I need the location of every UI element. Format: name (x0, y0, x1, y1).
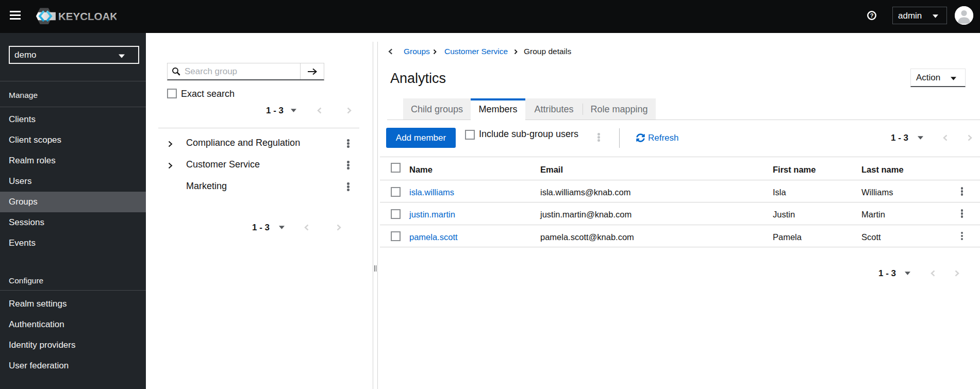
svg-text:?: ? (870, 12, 874, 19)
svg-text:KEYCLOAK: KEYCLOAK (58, 10, 117, 22)
